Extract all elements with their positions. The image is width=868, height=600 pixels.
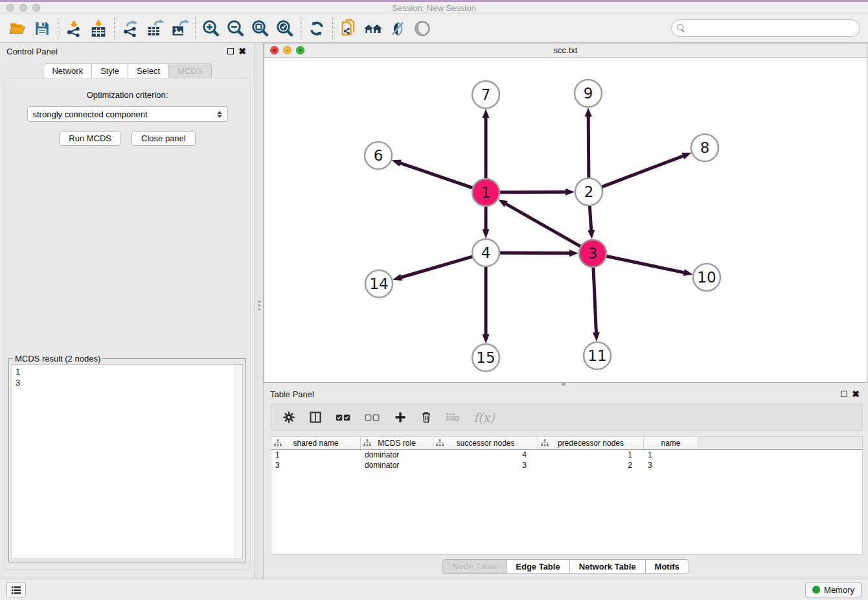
close-panel-button[interactable]: Close panel xyxy=(131,131,196,146)
table-panel-header: Table Panel ✖ xyxy=(264,386,868,402)
mcds-result-list[interactable]: 1 3 xyxy=(12,365,234,559)
float-panel-icon[interactable] xyxy=(225,45,236,57)
run-mcds-button[interactable]: Run MCDS xyxy=(59,131,121,146)
toolbar-separator xyxy=(301,17,301,40)
edge-1-2[interactable] xyxy=(499,192,567,192)
search-field[interactable] xyxy=(671,19,860,37)
delete-column-icon[interactable] xyxy=(420,411,432,424)
table-row[interactable]: 3dominator323 xyxy=(271,460,862,470)
network-view-window: ✕ − + scc.txt 1234678910111415 xyxy=(264,43,867,383)
edge-3-1[interactable] xyxy=(505,203,581,247)
tab-network[interactable]: Network xyxy=(43,63,92,78)
edge-4-14[interactable] xyxy=(400,257,473,278)
add-column-icon[interactable] xyxy=(394,411,407,424)
birds-eye-view-icon[interactable] xyxy=(410,17,435,40)
save-icon[interactable] xyxy=(30,17,54,40)
criterion-select[interactable]: strongly connected component xyxy=(27,106,228,122)
table-cell[interactable]: 1 xyxy=(538,450,644,460)
table-cell[interactable]: dominator xyxy=(361,450,433,460)
edge-arrowhead-icon xyxy=(593,332,600,341)
network-window-titlebar[interactable]: ✕ − + scc.txt xyxy=(264,43,867,58)
column-header-label: name xyxy=(661,439,680,448)
memory-button[interactable]: Memory xyxy=(805,582,862,597)
close-table-panel-icon[interactable]: ✖ xyxy=(850,388,862,400)
table-cell[interactable]: 3 xyxy=(433,460,538,470)
column-header-MCDS-role[interactable]: MCDS role xyxy=(361,437,433,449)
edge-2-8[interactable] xyxy=(602,156,685,187)
table-cell[interactable]: 1 xyxy=(644,450,698,460)
column-header-predecessor-nodes[interactable]: predecessor nodes xyxy=(538,437,644,449)
search-input[interactable] xyxy=(689,22,860,35)
tab-network-table[interactable]: Network Table xyxy=(570,559,646,574)
edge-arrowhead-icon xyxy=(483,109,490,118)
graph-node-label: 8 xyxy=(700,139,710,156)
app-titlebar: Session: New Session xyxy=(0,2,868,14)
first-neighbors-icon[interactable] xyxy=(361,17,385,40)
table-cell[interactable]: 3 xyxy=(271,460,361,470)
table-cell[interactable]: 2 xyxy=(538,460,644,470)
vertical-splitter[interactable] xyxy=(256,43,264,579)
close-panel-icon[interactable]: ✖ xyxy=(236,45,248,57)
edge-2-9[interactable] xyxy=(588,115,589,178)
zoom-in-icon[interactable] xyxy=(199,17,223,40)
function-builder-icon: f(x) xyxy=(474,410,495,424)
mcds-result-group: MCDS result (2 nodes) 1 3 xyxy=(8,358,246,562)
tab-edge-table[interactable]: Edge Table xyxy=(507,559,569,574)
import-table-icon[interactable] xyxy=(86,17,111,40)
toolbar-separator xyxy=(195,17,196,40)
table-cell[interactable]: dominator xyxy=(361,460,433,470)
import-network-icon[interactable] xyxy=(62,17,86,40)
table-cell[interactable]: 1 xyxy=(271,450,361,460)
column-header-shared-name[interactable]: shared name xyxy=(271,437,361,449)
edge-3-10[interactable] xyxy=(606,256,685,273)
select-chevrons-icon xyxy=(217,111,222,118)
table-row[interactable]: 1dominator411 xyxy=(271,450,862,460)
edge-3-11[interactable] xyxy=(593,267,597,334)
network-window-title: scc.txt xyxy=(264,45,867,55)
tab-mcds[interactable]: MCDS xyxy=(169,63,211,78)
table-cell[interactable]: 3 xyxy=(644,460,698,470)
graph-node-label: 10 xyxy=(697,269,716,286)
edge-arrowhead-icon xyxy=(681,153,691,159)
tab-node-table[interactable]: Node Table xyxy=(442,559,507,574)
open-folder-icon[interactable] xyxy=(5,17,30,40)
result-scrollbar[interactable] xyxy=(234,365,242,559)
table-tabs: Node TableEdge TableNetwork TableMotifs xyxy=(264,559,868,574)
deselect-all-icon[interactable] xyxy=(365,412,380,422)
graph-node-label: 2 xyxy=(584,183,594,200)
column-type-icon xyxy=(541,439,549,446)
zoom-fit-icon[interactable] xyxy=(248,17,273,40)
network-canvas[interactable]: 1234678910111415 xyxy=(264,58,867,382)
new-network-from-selection-icon[interactable] xyxy=(336,17,361,40)
edge-1-6[interactable] xyxy=(399,163,473,188)
network-and-table-area: ✕ − + scc.txt 1234678910111415 Table Pan… xyxy=(264,43,868,579)
column-type-icon xyxy=(363,439,371,446)
optimization-criterion-label: Optimization criterion: xyxy=(5,90,250,100)
float-table-panel-icon[interactable] xyxy=(838,388,850,400)
task-history-button[interactable] xyxy=(6,583,26,597)
column-layout-icon[interactable] xyxy=(309,411,322,424)
zoom-out-icon[interactable] xyxy=(223,17,248,40)
export-image-icon[interactable] xyxy=(167,17,192,40)
memory-status-icon xyxy=(812,586,820,594)
edge-arrowhead-icon xyxy=(393,274,402,281)
tab-style[interactable]: Style xyxy=(92,63,128,78)
table-cell[interactable]: 4 xyxy=(433,450,538,460)
column-header-successor-nodes[interactable]: successor nodes xyxy=(433,437,538,449)
refresh-icon[interactable] xyxy=(304,17,329,40)
graph-node-label: 14 xyxy=(369,275,388,292)
export-network-icon[interactable] xyxy=(118,17,143,40)
export-table-icon[interactable] xyxy=(143,17,167,40)
select-all-icon[interactable] xyxy=(336,412,351,422)
column-header-label: predecessor nodes xyxy=(558,439,624,448)
zoom-selected-icon[interactable] xyxy=(273,17,297,40)
tab-select[interactable]: Select xyxy=(128,63,169,78)
tab-motifs[interactable]: Motifs xyxy=(646,559,689,574)
delete-table-icon xyxy=(446,412,460,422)
column-header-name[interactable]: name xyxy=(644,437,698,449)
column-header-label: successor nodes xyxy=(456,439,514,448)
edge-4-3[interactable] xyxy=(499,253,571,253)
gear-icon[interactable] xyxy=(282,411,295,424)
show-graphics-details-icon[interactable] xyxy=(385,17,410,40)
edge-2-3[interactable] xyxy=(589,205,591,231)
